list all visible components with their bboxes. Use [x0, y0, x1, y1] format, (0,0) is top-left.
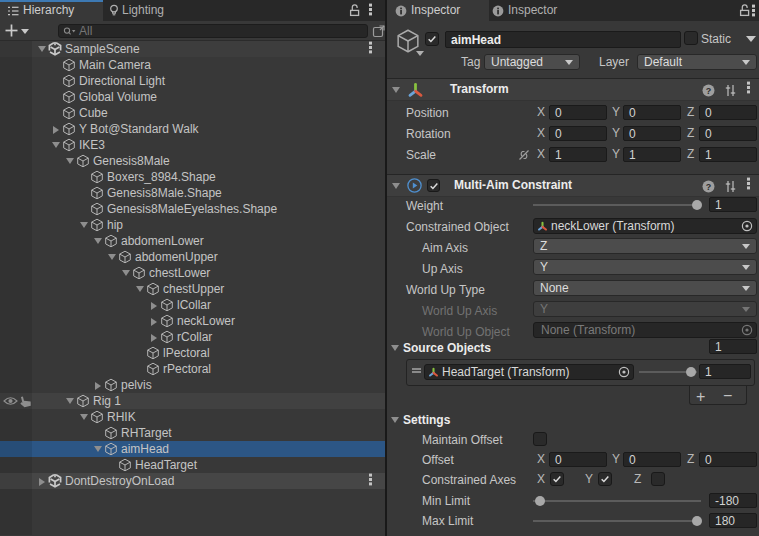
svg-text:?: ? [706, 182, 712, 192]
svg-text:?: ? [706, 86, 712, 96]
